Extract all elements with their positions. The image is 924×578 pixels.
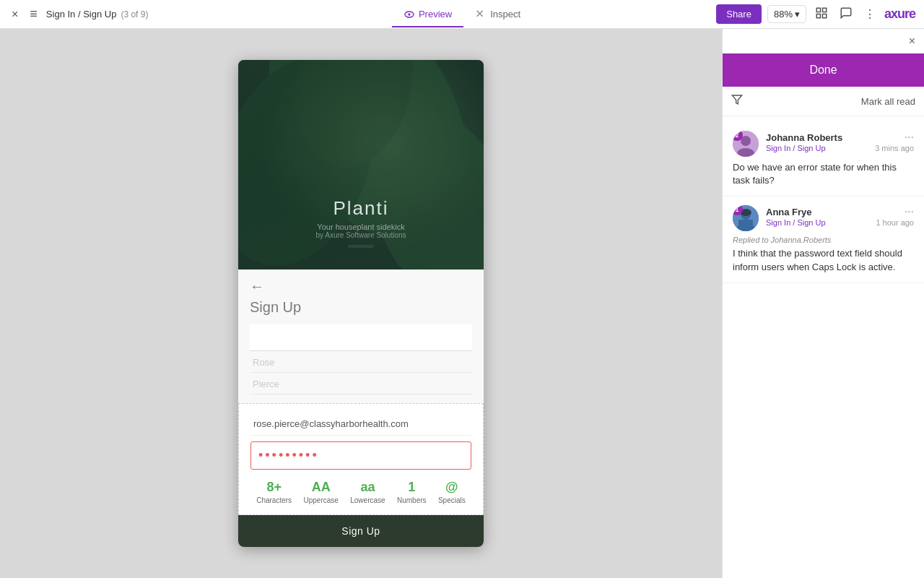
main-area: Planti Your houseplant sidekick by Axure… bbox=[0, 29, 924, 578]
filter-icon bbox=[731, 94, 743, 105]
password-field-wrap: ••••••••• bbox=[250, 441, 471, 470]
email-field[interactable]: rose.pierce@classyharborhealth.com bbox=[250, 413, 471, 436]
svg-rect-17 bbox=[738, 220, 753, 228]
comment-more-btn-1[interactable]: ··· bbox=[905, 131, 914, 144]
menu-button[interactable]: ≡ bbox=[27, 4, 40, 25]
comments-list: 2 Johanna Roberts ··· Sign bbox=[723, 116, 924, 578]
signup-button[interactable]: Sign Up bbox=[238, 515, 484, 547]
comment-header-2: 1 Anna Frye ··· bbox=[733, 205, 914, 231]
req-uppercase-icon: AA bbox=[303, 480, 338, 495]
comment-meta-2: Anna Frye ··· Sign In / Sign Up 1 hour a… bbox=[766, 205, 914, 227]
comment-reply-2: Replied to Johanna.Roberts bbox=[733, 236, 914, 244]
grid-icon-btn[interactable] bbox=[812, 4, 831, 25]
comment-meta-1: Johanna Roberts ··· Sign In / Sign Up 3 … bbox=[766, 131, 914, 152]
firstname-field[interactable] bbox=[250, 324, 472, 351]
req-lowercase-icon: aa bbox=[350, 480, 385, 495]
zoom-value: 88% bbox=[774, 9, 793, 20]
comment-icon-btn[interactable] bbox=[837, 4, 855, 25]
inspect-label: Inspect bbox=[490, 9, 520, 20]
svg-point-1 bbox=[408, 13, 410, 15]
req-lowercase: aa Lowercase bbox=[350, 480, 385, 504]
form-heading: Sign Up bbox=[250, 299, 472, 316]
page-title-area: Sign In / Sign Up (3 of 9) bbox=[46, 9, 149, 20]
comment-link-2[interactable]: Sign In / Sign Up bbox=[766, 218, 826, 227]
req-numbers-label: Numbers bbox=[397, 496, 427, 504]
preview-label: Preview bbox=[419, 9, 452, 20]
req-numbers: 1 Numbers bbox=[397, 480, 427, 504]
req-uppercase-label: Uppercase bbox=[303, 496, 338, 504]
comment-icon bbox=[840, 7, 853, 20]
lastname-placeholder: Pierce bbox=[250, 374, 472, 394]
comment-time-2: 1 hour ago bbox=[876, 218, 914, 227]
phone-input-area: rose.pierce@classyharborhealth.com •••••… bbox=[238, 403, 484, 515]
phone-hero: Planti Your houseplant sidekick by Axure… bbox=[238, 60, 484, 269]
comment-item: 2 Johanna Roberts ··· Sign bbox=[723, 122, 924, 197]
avatar-anna: 1 bbox=[733, 205, 759, 231]
avatar-johanna: 2 bbox=[733, 131, 759, 157]
svg-rect-2 bbox=[816, 8, 820, 12]
phone-form-area: ← Sign Up Rose Pierce bbox=[238, 269, 484, 403]
req-specials: @ Specials bbox=[438, 480, 466, 504]
app-subtitle: Your houseplant sidekick bbox=[315, 223, 406, 231]
topbar-left: × ≡ Sign In / Sign Up (3 of 9) bbox=[9, 4, 710, 25]
password-requirements: 8+ Characters AA Uppercase aa Lowercase … bbox=[250, 477, 471, 506]
comment-item-2: 1 Anna Frye ··· bbox=[723, 197, 924, 282]
tab-inspect[interactable]: Inspect bbox=[463, 3, 532, 27]
back-button[interactable]: ← bbox=[250, 278, 264, 295]
req-lowercase-label: Lowercase bbox=[350, 496, 385, 504]
comment-header-1: 2 Johanna Roberts ··· Sign bbox=[733, 131, 914, 157]
svg-rect-5 bbox=[822, 14, 826, 17]
page-title: Sign In / Sign Up bbox=[46, 9, 117, 20]
app-by: by Axure Software Solutions bbox=[315, 231, 406, 239]
axure-logo: axure bbox=[884, 7, 915, 22]
req-characters-icon: 8+ bbox=[256, 480, 292, 495]
comment-panel: × Done Mark all read 2 bbox=[722, 29, 924, 578]
req-numbers-icon: 1 bbox=[397, 480, 427, 495]
comment-link-1[interactable]: Sign In / Sign Up bbox=[766, 144, 826, 152]
mark-all-read-button[interactable]: Mark all read bbox=[861, 96, 915, 107]
req-specials-label: Specials bbox=[438, 496, 466, 504]
app-title: Planti bbox=[315, 197, 406, 220]
topbar: × ≡ Sign In / Sign Up (3 of 9) Preview I… bbox=[0, 0, 924, 29]
req-characters: 8+ Characters bbox=[256, 480, 292, 504]
more-options-btn[interactable]: ⋮ bbox=[861, 4, 879, 24]
chevron-down-icon: ▾ bbox=[795, 9, 800, 20]
panel-close-button[interactable]: × bbox=[909, 35, 915, 48]
topbar-center: Preview Inspect bbox=[392, 2, 532, 27]
canvas: Planti Your houseplant sidekick by Axure… bbox=[0, 29, 722, 578]
svg-rect-3 bbox=[822, 8, 826, 12]
comment-time-1: 3 mins ago bbox=[875, 144, 914, 152]
req-characters-label: Characters bbox=[256, 496, 292, 504]
tab-preview[interactable]: Preview bbox=[392, 3, 463, 27]
svg-marker-10 bbox=[732, 95, 741, 104]
comment-text-1: Do we have an error state for when this … bbox=[733, 161, 914, 187]
panel-header: × bbox=[723, 29, 924, 53]
svg-rect-4 bbox=[816, 14, 820, 17]
grid-icon bbox=[815, 7, 828, 20]
filter-button[interactable] bbox=[731, 94, 743, 108]
panel-toolbar: Mark all read bbox=[723, 87, 924, 116]
comment-text-2: I think that the password text field sho… bbox=[733, 247, 914, 273]
inspect-icon bbox=[475, 9, 487, 20]
comment-author-2: Anna Frye bbox=[766, 207, 812, 217]
zoom-control[interactable]: 88% ▾ bbox=[767, 5, 806, 23]
req-specials-icon: @ bbox=[438, 480, 466, 495]
done-button[interactable]: Done bbox=[723, 53, 924, 87]
password-field[interactable]: ••••••••• bbox=[258, 448, 319, 462]
hero-content: Planti Your houseplant sidekick by Axure… bbox=[315, 197, 406, 239]
comment-author-1: Johanna Roberts bbox=[766, 132, 842, 143]
eye-icon bbox=[404, 9, 415, 20]
firstname-placeholder: Rose bbox=[250, 353, 472, 373]
topbar-right: Share 88% ▾ ⋮ axure bbox=[716, 4, 915, 25]
close-button[interactable]: × bbox=[9, 5, 21, 24]
req-uppercase: AA Uppercase bbox=[303, 480, 338, 504]
comment-more-btn-2[interactable]: ··· bbox=[905, 205, 914, 218]
share-button[interactable]: Share bbox=[716, 4, 762, 24]
phone-mockup: Planti Your houseplant sidekick by Axure… bbox=[238, 60, 484, 547]
page-counter: (3 of 9) bbox=[121, 9, 148, 20]
